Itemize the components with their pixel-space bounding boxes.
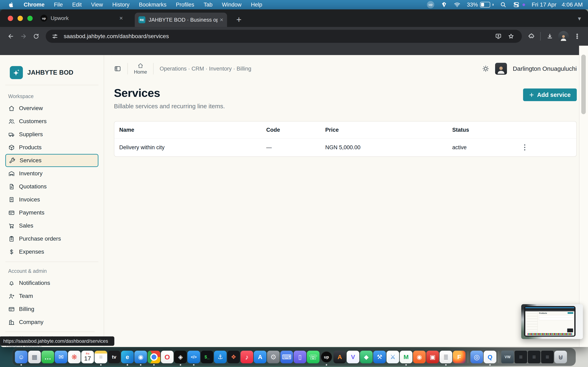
downloads-icon[interactable] (545, 32, 554, 41)
dock-item-camera-app[interactable]: ◎ (470, 351, 483, 363)
arcade-game-icon[interactable]: ⚔ (387, 351, 399, 363)
xcode-icon[interactable]: ⚒ (373, 351, 386, 363)
table-row[interactable]: Delivery within city — NGN 5,000.00 acti… (114, 138, 576, 156)
extensions-icon[interactable] (526, 32, 536, 41)
dock-item-upwork[interactable]: up (320, 351, 333, 363)
figma-icon[interactable]: ❖ (227, 351, 240, 363)
sidebar-item-suppliers[interactable]: Suppliers (5, 128, 98, 141)
sidebar-item-overview[interactable]: Overview (5, 102, 98, 115)
dock-item-music[interactable]: ♪ (241, 351, 253, 363)
theme-toggle-button[interactable] (482, 65, 489, 72)
dock-item-quicktime[interactable]: Q (484, 351, 496, 363)
close-tab-icon[interactable]: × (119, 15, 123, 21)
dock-item-terminal-window-1[interactable]: ≡ (515, 351, 527, 363)
dock-item-firefox[interactable]: F (453, 351, 466, 363)
dock-item-edge[interactable]: e (121, 351, 134, 363)
documents-app-icon[interactable]: ≣ (440, 351, 452, 363)
firefox-icon[interactable]: F (453, 351, 466, 363)
app-store-icon[interactable]: A (254, 351, 267, 363)
quicktime-icon[interactable]: Q (484, 351, 496, 363)
browser-menu-icon[interactable] (572, 32, 582, 41)
apple-tv-icon[interactable]: tv (108, 351, 121, 363)
forward-button[interactable] (19, 32, 28, 41)
reload-button[interactable] (31, 32, 41, 41)
terminal-window-1-icon[interactable]: ≡ (515, 351, 527, 363)
dock-item-figma[interactable]: ❖ (227, 351, 240, 363)
edge-icon[interactable]: e (121, 351, 134, 363)
dock-item-photos[interactable]: ❋ (68, 351, 81, 363)
minimize-window-button[interactable] (17, 16, 23, 21)
close-window-button[interactable] (8, 16, 13, 21)
terminal-window-3-icon[interactable]: ≡ (541, 351, 554, 363)
menu-bar-time[interactable]: 4:06 AM (562, 1, 583, 8)
zoom-window-button[interactable] (27, 16, 33, 21)
asphalt-game-icon[interactable]: A (333, 351, 346, 363)
dock-item-notes[interactable]: ≡ (95, 351, 107, 363)
back-button[interactable] (6, 32, 16, 41)
battery-indicator[interactable]: 33% (467, 2, 493, 8)
spotlight-search-icon[interactable] (500, 1, 507, 8)
wifi-icon[interactable] (454, 1, 460, 8)
upwork-icon[interactable]: up (320, 351, 333, 363)
dock-item-phone-mirroring[interactable]: ▯ (294, 351, 306, 363)
tab-upwork[interactable]: up Upwork × (37, 9, 127, 27)
dock-item-xcode[interactable]: ⚒ (373, 351, 386, 363)
bookmark-star-icon[interactable] (506, 32, 516, 41)
dock-item-app-store[interactable]: A (254, 351, 267, 363)
page-scrollbar[interactable] (579, 46, 588, 347)
tab-jahbyte-bod[interactable]: RE JAHBYTE BOD · Business ope × (135, 13, 227, 27)
sidebar-item-customers[interactable]: Customers (5, 115, 98, 128)
photo-booth-icon[interactable]: ▣ (426, 351, 439, 363)
menu-profiles[interactable]: Profiles (176, 2, 194, 8)
sidebar-item-team[interactable]: Team (5, 290, 98, 303)
dock-item-mongodb[interactable]: M (400, 351, 412, 363)
dock-item-docker[interactable]: ⚓ (214, 351, 227, 363)
phone-mirroring-icon[interactable]: ▯ (294, 351, 306, 363)
menu-tab[interactable]: Tab (204, 2, 213, 8)
sidebar-toggle-button[interactable] (114, 65, 121, 72)
opera-icon[interactable]: O (161, 351, 173, 363)
apple-logo-icon[interactable] (8, 2, 14, 8)
home-nav-button[interactable]: Home (134, 63, 147, 75)
sims-game-icon[interactable]: ◆ (360, 351, 373, 363)
calendar-icon[interactable]: Fri17 (81, 351, 94, 363)
prism-status-icon[interactable] (441, 1, 447, 8)
add-service-button[interactable]: + Add service (523, 89, 577, 101)
dock-item-opera[interactable]: O (161, 351, 173, 363)
dock-item-calendar[interactable]: Fri17 (81, 351, 94, 363)
unity-hub-icon[interactable]: ◈ (174, 351, 187, 363)
camera-app-icon[interactable]: ◎ (470, 351, 483, 363)
dock-item-postman[interactable]: ◉ (413, 351, 426, 363)
site-settings-icon[interactable] (50, 32, 60, 41)
close-tab-icon[interactable]: × (220, 17, 223, 23)
brand[interactable]: JAHBYTE BOD (10, 66, 98, 79)
menu-window[interactable]: Window (222, 2, 242, 8)
tab-search-button[interactable]: ▾ (575, 14, 584, 23)
dock-item-messages[interactable]: … (42, 351, 54, 363)
sidebar-item-sales[interactable]: Sales (5, 219, 98, 232)
vw-window-icon[interactable]: VW (501, 351, 514, 363)
browser-profile-avatar[interactable] (558, 31, 569, 42)
settings-icon[interactable]: ⚙ (267, 351, 280, 363)
photos-icon[interactable]: ❋ (68, 351, 81, 363)
sidebar-item-company[interactable]: Company (5, 316, 98, 329)
dock-item-photo-booth[interactable]: ▣ (426, 351, 439, 363)
terminal-icon[interactable]: $_ (201, 351, 213, 363)
dock-item-vw-window[interactable]: VW (501, 351, 514, 363)
dock-item-trash[interactable]: ⊎ (554, 351, 567, 363)
menu-file[interactable]: File (54, 2, 63, 8)
dock-item-keyboard-app[interactable]: ⌨ (280, 351, 293, 363)
menu-view[interactable]: View (91, 2, 103, 8)
menu-edit[interactable]: Edit (72, 2, 82, 8)
safari-icon[interactable]: ◉ (134, 351, 147, 363)
sidebar-item-services[interactable]: Services (5, 154, 98, 167)
dock-item-unity-hub[interactable]: ◈ (174, 351, 187, 363)
menu-bar-date[interactable]: Fri 17 Apr (532, 1, 556, 8)
v-app-icon[interactable]: V (347, 351, 359, 363)
dock-item-settings[interactable]: ⚙ (267, 351, 280, 363)
sidebar-item-invoices[interactable]: Invoices (5, 193, 98, 206)
sidebar-item-expenses[interactable]: Expenses (5, 245, 98, 258)
sidebar-item-inventory[interactable]: Inventory (5, 167, 98, 180)
dock-item-sims-game[interactable]: ◆ (360, 351, 373, 363)
dock-item-v-app[interactable]: V (347, 351, 359, 363)
